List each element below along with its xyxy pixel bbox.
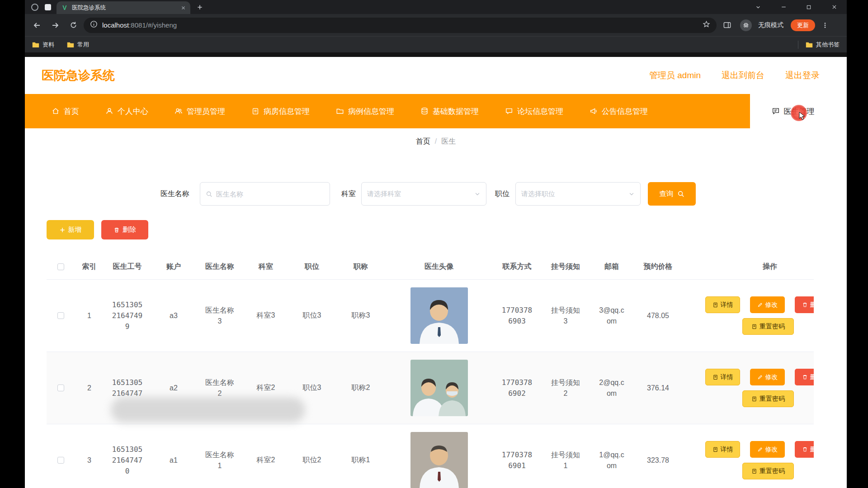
side-panel-icon[interactable] [719, 18, 735, 33]
row-delete-button[interactable]: 删除 [795, 369, 814, 385]
table-row: 1 165130521647499 a3 医生名称3 科室3 职位3 职称3 1… [47, 280, 814, 352]
bookmarks-bar: 资料 常用 其他书签 [25, 36, 847, 52]
trash-icon [802, 374, 808, 380]
bookmark-folder-1[interactable]: 资料 [32, 41, 54, 49]
row-checkbox[interactable] [57, 457, 64, 464]
dept-select[interactable]: 请选择科室 [361, 182, 486, 206]
browser-menu-icon[interactable] [820, 22, 830, 29]
pencil-icon [757, 374, 763, 380]
browser-update-button[interactable]: 更新 [791, 19, 815, 31]
other-bookmarks[interactable]: 其他书签 [798, 41, 840, 49]
reload-button[interactable] [66, 18, 81, 33]
doc-icon [751, 324, 757, 329]
search-icon [677, 190, 684, 197]
nav-item-personal-center[interactable]: 个人中心 [92, 94, 161, 128]
site-header: 医院急诊系统 管理员 admin 退出到前台 退出登录 [25, 57, 847, 94]
minimize-button[interactable] [771, 0, 796, 14]
clipboard-icon [251, 107, 259, 115]
logout-link[interactable]: 退出登录 [785, 70, 820, 81]
incognito-avatar-icon[interactable] [740, 19, 752, 31]
nav-item-notice-info[interactable]: 公告信息管理 [576, 94, 661, 128]
database-icon [420, 107, 429, 115]
dept-label: 科室 [341, 182, 356, 206]
breadcrumb-home[interactable]: 首页 [416, 137, 430, 146]
megaphone-icon [590, 107, 598, 115]
table-row: 2 16513052164747 a2 医生名称2 科室2 职位3 职称2 17… [47, 352, 814, 424]
forward-button[interactable] [47, 18, 63, 33]
site-logo: 医院急诊系统 [42, 67, 115, 84]
table-header-row: 索引 医生工号 账户 医生名称 科室 职位 职称 医生头像 联系方式 挂号须知 … [47, 254, 814, 280]
chevron-down-icon [474, 191, 481, 197]
reset-password-button[interactable]: 重置密码 [742, 318, 794, 335]
main-nav: 首页 个人中心 管理员管理 病房信息管理 病例信息管理 基础数据管理 [25, 94, 836, 128]
reset-password-button[interactable]: 重置密码 [742, 463, 794, 479]
tab-bar: V 医院急诊系统 [25, 0, 847, 14]
position-label: 职位 [495, 182, 509, 206]
pencil-icon [757, 446, 763, 452]
tab-search-icon[interactable] [745, 0, 771, 14]
maximize-button[interactable] [796, 0, 821, 14]
doctor-photo [410, 360, 468, 416]
tab-close-icon[interactable] [181, 5, 186, 10]
nav-item-doctor-mgmt[interactable]: 医生管理 [750, 94, 836, 128]
doctor-name-input-box [200, 182, 330, 206]
pinned-tab-icon[interactable] [45, 4, 51, 10]
table-row: 3 165130521647470 a1 医生名称1 科室2 职位2 职称1 1… [47, 424, 814, 488]
edit-button[interactable]: 修改 [750, 296, 785, 313]
row-delete-button[interactable]: 删除 [795, 441, 814, 458]
folder-icon [806, 42, 813, 48]
browser-tab[interactable]: V 医院急诊系统 [57, 1, 190, 14]
nav-item-case-info[interactable]: 病例信息管理 [323, 94, 407, 128]
doctor-name-label: 医生名称 [160, 182, 189, 206]
site-favicon: V [61, 4, 68, 11]
doctor-name-input[interactable] [216, 190, 324, 198]
nav-item-home[interactable]: 首页 [38, 94, 92, 128]
address-bar[interactable]: localhost:8081/#/yisheng [84, 18, 717, 33]
search-icon [206, 191, 212, 197]
select-all-checkbox[interactable] [57, 263, 64, 270]
tab-title: 医院急诊系统 [72, 4, 177, 12]
detail-button[interactable]: 详情 [705, 441, 740, 458]
row-checkbox[interactable] [57, 312, 64, 319]
chat-icon [505, 107, 513, 115]
doctor-table: 索引 医生工号 账户 医生名称 科室 职位 职称 医生头像 联系方式 挂号须知 … [47, 254, 814, 488]
folder-icon [336, 107, 344, 115]
breadcrumb-current: 医生 [441, 137, 456, 146]
filter-row: 医生名称 科室 请选择科室 职位 请选择职位 查询 [25, 182, 847, 206]
search-button[interactable]: 查询 [648, 182, 696, 206]
new-tab-button[interactable] [197, 0, 203, 14]
exit-to-front-link[interactable]: 退出到前台 [722, 70, 764, 81]
edit-button[interactable]: 修改 [750, 441, 785, 458]
site-info-icon[interactable] [90, 20, 98, 30]
bookmark-folder-2[interactable]: 常用 [67, 41, 89, 49]
incognito-label: 无痕模式 [758, 21, 783, 29]
reset-password-button[interactable]: 重置密码 [742, 390, 794, 407]
trash-icon [802, 446, 808, 452]
detail-button[interactable]: 详情 [705, 296, 740, 313]
delete-button[interactable]: 删除 [101, 220, 148, 239]
breadcrumb: 首页 / 医生 [25, 128, 847, 155]
back-button[interactable] [29, 18, 45, 33]
row-delete-button[interactable]: 删除 [795, 296, 814, 313]
position-select[interactable]: 请选择职位 [515, 182, 641, 206]
bookmark-folder-label: 资料 [42, 41, 54, 49]
detail-button[interactable]: 详情 [705, 369, 740, 385]
browser-toolbar: localhost:8081/#/yisheng 无痕模式 更新 [25, 14, 847, 36]
nav-item-ward-info[interactable]: 病房信息管理 [238, 94, 323, 128]
doctor-photo [410, 287, 468, 344]
nav-item-admin-mgmt[interactable]: 管理员管理 [161, 94, 238, 128]
url-text: localhost:8081/#/yisheng [102, 21, 177, 29]
edit-button[interactable]: 修改 [750, 369, 785, 385]
other-bookmarks-label: 其他书签 [816, 41, 840, 49]
close-window-button[interactable] [821, 0, 847, 14]
nav-item-base-data[interactable]: 基础数据管理 [407, 94, 492, 128]
row-checkbox[interactable] [57, 385, 64, 391]
bookmark-star-icon[interactable] [703, 20, 710, 30]
browser-profile-icon[interactable] [31, 4, 38, 11]
doc-icon [712, 302, 718, 308]
admin-account-link[interactable]: 管理员 admin [649, 70, 701, 81]
trash-icon [113, 227, 120, 233]
nav-item-forum-info[interactable]: 论坛信息管理 [492, 94, 576, 128]
users-icon [175, 107, 183, 115]
add-button[interactable]: 新增 [47, 220, 94, 239]
